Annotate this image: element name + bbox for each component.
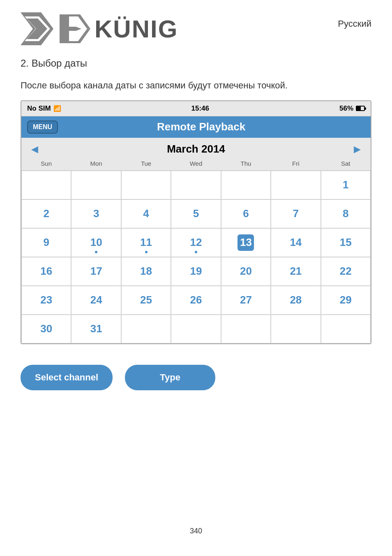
calendar-day-empty [121, 171, 171, 199]
prev-month-button[interactable]: ◀ [27, 142, 42, 157]
cal-date-num: 27 [240, 294, 252, 306]
cal-date-num: 6 [243, 207, 249, 220]
logo-text: KÜNIG [95, 15, 178, 43]
logo: KÜNIG [21, 12, 178, 45]
calendar-day-9[interactable]: 9 [21, 228, 71, 257]
cal-date-num: 8 [343, 207, 348, 220]
cal-date-num: 29 [340, 294, 352, 306]
calendar-day-28[interactable]: 28 [271, 286, 321, 315]
calendar-day-21[interactable]: 21 [271, 257, 321, 286]
status-time: 15:46 [191, 104, 209, 113]
calendar-day-2[interactable]: 2 [21, 199, 71, 228]
section-heading: 2. Выбор даты [0, 53, 392, 75]
cal-date-num: 14 [290, 236, 302, 249]
calendar-day-20[interactable]: 20 [221, 257, 271, 286]
calendar-day-19[interactable]: 19 [171, 257, 221, 286]
calendar-day-3[interactable]: 3 [71, 199, 121, 228]
sim-text: No SIM [27, 104, 51, 113]
battery-percent: 56% [339, 104, 353, 113]
calendar-header: ◀ March 2014 ▶ [21, 138, 371, 157]
cal-date-num: 30 [40, 322, 52, 335]
calendar-day-14[interactable]: 14 [271, 228, 321, 257]
cal-date-num: 22 [340, 265, 352, 278]
calendar-day-empty [121, 315, 171, 343]
nav-title: Remote Playback [62, 120, 340, 133]
calendar-day-10[interactable]: 10 [71, 228, 121, 257]
calendar-day-17[interactable]: 17 [71, 257, 121, 286]
select-channel-button[interactable]: Select channel [21, 365, 113, 390]
wifi-icon: 📶 [53, 105, 61, 112]
calendar-day-8[interactable]: 8 [321, 199, 371, 228]
calendar-day-13[interactable]: 13 [221, 228, 271, 257]
calendar-day-30[interactable]: 30 [21, 315, 71, 343]
cal-date-num: 25 [140, 294, 152, 306]
calendar-day-25[interactable]: 25 [121, 286, 171, 315]
calendar-day-6[interactable]: 6 [221, 199, 271, 228]
calendar-day-12[interactable]: 12 [171, 228, 221, 257]
cal-date-num: 26 [190, 294, 202, 306]
cal-date-num: 12 [190, 236, 202, 249]
weekday-fri: Fri [271, 158, 321, 169]
cal-date-num: 9 [43, 236, 49, 249]
calendar-day-empty [321, 315, 371, 343]
calendar-day-22[interactable]: 22 [321, 257, 371, 286]
weekday-wed: Wed [171, 158, 221, 169]
calendar-day-29[interactable]: 29 [321, 286, 371, 315]
cal-date-num: 18 [140, 265, 152, 278]
calendar-day-24[interactable]: 24 [71, 286, 121, 315]
calendar-day-26[interactable]: 26 [171, 286, 221, 315]
status-bar: No SIM 📶 15:46 56% [21, 101, 371, 116]
calendar-day-11[interactable]: 11 [121, 228, 171, 257]
svg-rect-4 [60, 14, 67, 43]
calendar-day-5[interactable]: 5 [171, 199, 221, 228]
calendar-day-empty [271, 171, 321, 199]
type-button[interactable]: Type [125, 365, 215, 390]
cal-date-num: 31 [90, 322, 102, 335]
weekday-mon: Mon [71, 158, 121, 169]
next-month-button[interactable]: ▶ [350, 142, 365, 157]
calendar-day-empty [221, 315, 271, 343]
description-text: После выбора канала даты с записями буду… [0, 75, 392, 100]
calendar-day-1[interactable]: 1 [321, 171, 371, 199]
cal-date-num: 7 [293, 207, 299, 220]
cal-dot [95, 251, 97, 253]
cal-date-num: 5 [193, 207, 199, 220]
cal-date-num: 4 [143, 207, 149, 220]
konig-logo-icon [21, 12, 53, 45]
calendar-day-empty [71, 171, 121, 199]
calendar-day-empty [271, 315, 321, 343]
weekday-sat: Sat [321, 158, 371, 169]
cal-date-num: 2 [43, 207, 49, 220]
cal-dot [195, 251, 197, 253]
calendar-day-15[interactable]: 15 [321, 228, 371, 257]
cal-date-num: 16 [40, 265, 52, 278]
page-number: 340 [0, 519, 392, 544]
calendar-day-empty [221, 171, 271, 199]
header: KÜNIG Русский [0, 0, 392, 53]
cal-date-num: 10 [90, 236, 102, 249]
cal-dot [244, 251, 247, 253]
calendar-weekdays: Sun Mon Tue Wed Thu Fri Sat [21, 157, 371, 171]
nav-bar: MENU Remote Playback [21, 116, 371, 138]
cal-date-num: 11 [140, 236, 152, 249]
calendar-day-27[interactable]: 27 [221, 286, 271, 315]
cal-date-num: 17 [90, 265, 102, 278]
calendar-day-31[interactable]: 31 [71, 315, 121, 343]
calendar-day-18[interactable]: 18 [121, 257, 171, 286]
calendar-day-4[interactable]: 4 [121, 199, 171, 228]
calendar-day-empty [171, 171, 221, 199]
cal-date-num: 1 [343, 178, 348, 191]
menu-button[interactable]: MENU [27, 120, 58, 134]
battery-icon [356, 106, 365, 111]
cal-dot [145, 251, 148, 253]
weekday-thu: Thu [221, 158, 271, 169]
calendar-day-23[interactable]: 23 [21, 286, 71, 315]
calendar-day-7[interactable]: 7 [271, 199, 321, 228]
calendar-day-16[interactable]: 16 [21, 257, 71, 286]
phone-frame: No SIM 📶 15:46 56% MENU Remote Playback … [21, 100, 371, 344]
weekday-sun: Sun [21, 158, 71, 169]
calendar-grid: 1234567891011121314151617181920212223242… [21, 171, 371, 343]
konig-k-icon [58, 12, 90, 45]
cal-date-num: 24 [90, 294, 102, 306]
status-right: 56% [339, 104, 365, 113]
